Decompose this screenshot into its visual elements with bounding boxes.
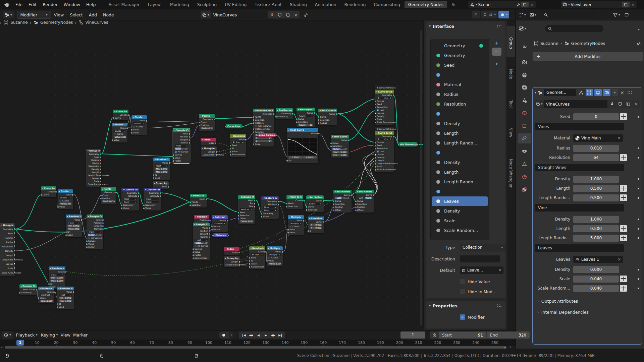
tab-rendering[interactable]: Rendering: [341, 1, 370, 8]
output-socket-leaves[interactable]: [13, 262, 16, 265]
node-header[interactable]: ▾Mesh to Curve: [286, 195, 303, 199]
node-checkbox[interactable]: [255, 125, 257, 127]
input-socket-selection[interactable]: [253, 119, 255, 121]
interface-item-length[interactable]: Length: [432, 128, 488, 138]
node-value-field[interactable]: X0.000: [310, 224, 322, 226]
node-ptv[interactable]: ▾Points to VerticesMeshPointsSelection: [190, 194, 207, 207]
input-socket-value[interactable]: [287, 229, 289, 231]
node-dropdown[interactable]: Point▾: [123, 201, 137, 203]
node-header[interactable]: ▾Curve Length: [113, 110, 128, 113]
interface-item-scalerandom[interactable]: Scale Random...: [432, 226, 488, 235]
node-header[interactable]: ▾Random Value: [66, 215, 82, 218]
scene-selector[interactable]: ▾Scene×: [468, 1, 536, 8]
modifier-extras-button[interactable]: ▾: [612, 89, 618, 96]
node-header[interactable]: ▾Resample Curve: [297, 108, 315, 111]
node-sc2[interactable]: ▾Sample CurveValuePositionTangentNormalF…: [87, 215, 103, 249]
y-field[interactable]: 0.9000: [303, 156, 317, 159]
property-value-field[interactable]: 1.000: [573, 176, 619, 183]
input-socket-selection[interactable]: [286, 205, 288, 208]
node-pts2[interactable]: ▾PointsGeometryCountPositionRadius0.1 m: [101, 187, 116, 204]
node-header[interactable]: ▾Curve to Stem 002: [375, 131, 394, 135]
animate-dot[interactable]: [638, 197, 639, 199]
edit-mode-toggle[interactable]: [586, 89, 593, 96]
input-socket-curve[interactable]: [330, 142, 332, 144]
unlink-scene-button[interactable]: ×: [530, 2, 535, 7]
output-socket-curve[interactable]: [314, 112, 316, 114]
node-header[interactable]: ▾Group Input: [201, 146, 217, 150]
input-socket-selection[interactable]: [330, 145, 332, 147]
current-frame-field[interactable]: 1: [400, 331, 425, 339]
default-collection-field[interactable]: Leave...×: [460, 266, 503, 274]
interface-item-lengthrando[interactable]: Length Rando...: [432, 138, 488, 148]
node-value-field[interactable]: Y0.000: [310, 227, 322, 229]
input-attribute-toggle[interactable]: [620, 113, 627, 120]
node-rnd_top[interactable]: ▾Randomize 001ValueRan.. 4SeedIDValueRan…: [230, 134, 246, 157]
tree-name-field[interactable]: VineCurves: [211, 11, 268, 18]
node-header[interactable]: ▾Float Curve: [287, 128, 318, 132]
interface-item-density[interactable]: Density: [432, 119, 488, 128]
animate-dot[interactable]: [638, 288, 639, 289]
interface-item-length[interactable]: Length: [432, 167, 488, 177]
breadcrumb-item[interactable]: Suzanne: [540, 41, 558, 46]
node-checkbox[interactable]: ✓: [377, 150, 379, 153]
input-socket-factor[interactable]: [192, 254, 195, 256]
curve-widget[interactable]: [288, 138, 317, 156]
toggle-option-length[interactable]: Length: [201, 242, 208, 244]
output-socket-position[interactable]: [102, 222, 104, 224]
input-socket-seed[interactable]: [229, 144, 232, 147]
input-socket-geometry[interactable]: [19, 292, 21, 294]
node-div3[interactable]: ▾DivideValueDivide▾ClampValue1.000Value: [58, 189, 73, 209]
output-socket-value[interactable]: [317, 132, 319, 135]
input-socket-factor[interactable]: [86, 246, 88, 248]
output-socket-value[interactable]: [245, 138, 247, 141]
node-gi_main[interactable]: ▾Group InputGeometrySeedMaterialRadiusRe…: [0, 223, 15, 276]
node-id-selector[interactable]: Ran.. 4: [251, 253, 264, 256]
node-shpl[interactable]: ▾Set Handle PositionsCurveLeftRightCurve…: [333, 190, 352, 213]
unlink-tree-button[interactable]: ×: [292, 11, 300, 18]
output-socket-length-randomness[interactable]: [100, 174, 102, 177]
node-subbl[interactable]: ▾SubtractValueSubtract▾ValueValue1.000: [38, 287, 54, 303]
property-value-field[interactable]: 5.000: [573, 235, 619, 242]
timeline-menu-marker[interactable]: Marker: [73, 333, 88, 338]
input-socket-seed[interactable]: [249, 257, 251, 259]
input-socket-density[interactable]: [374, 157, 377, 159]
input-socket-value[interactable]: [192, 251, 195, 253]
input-socket-scale[interactable]: [374, 166, 377, 168]
property-value-field[interactable]: 0.500: [573, 225, 619, 232]
node-dropdown[interactable]: Count▾: [298, 115, 313, 117]
input-socket-selection[interactable]: [306, 209, 308, 211]
node-value-field[interactable]: End1.000: [332, 154, 347, 157]
node-dropdown[interactable]: Float▾: [67, 222, 80, 224]
node-header[interactable]: ▾Group Input: [153, 181, 169, 185]
output-socket-material[interactable]: [13, 236, 16, 239]
input-socket-value[interactable]: [38, 297, 40, 299]
input-socket-selection[interactable]: [333, 203, 335, 205]
node-dropdown[interactable]: Bezier▾: [308, 202, 322, 205]
output-socket-curve[interactable]: [302, 199, 304, 202]
node-value-field[interactable]: Radius0.1 m: [102, 200, 115, 203]
input-socket-count[interactable]: [100, 194, 102, 197]
toggle-option-length[interactable]: Length: [95, 234, 102, 236]
input-socket-density[interactable]: [374, 115, 377, 118]
property-value-field[interactable]: 64: [573, 154, 619, 161]
animate-dot[interactable]: [638, 116, 639, 118]
type-dropdown[interactable]: Collection▾: [460, 244, 505, 251]
node-header[interactable]: ▾Divide: [112, 123, 127, 126]
output-socket-curve[interactable]: [348, 139, 350, 141]
node-value-field[interactable]: Z0°: [255, 140, 272, 142]
end-frame-field[interactable]: End320: [487, 331, 530, 339]
node-fcurve[interactable]: ▾Float CurveValue0.75000.9000Fac: [287, 128, 318, 163]
toggle-option-left[interactable]: Left: [335, 197, 342, 199]
node-scr[interactable]: ▾Set Curve RadiusCurveCurveSelectionRadi…: [318, 109, 337, 125]
node-header[interactable]: ▾Capture Attribute: [261, 196, 279, 200]
node-dropdown[interactable]: Float▾: [145, 198, 159, 200]
node-gi_top[interactable]: ▾Group InputGeometrySeedMaterialRadiusRe…: [86, 149, 101, 187]
node-header[interactable]: ▾Curve Length: [41, 186, 56, 190]
interface-item-density[interactable]: Density: [432, 206, 488, 216]
new-scene-button[interactable]: [521, 2, 529, 7]
overlay-toggle[interactable]: ▾: [498, 11, 509, 18]
node-header[interactable]: ▾Points to Vertices: [190, 194, 207, 197]
input-socket-rotation[interactable]: [253, 131, 255, 133]
properties-search-field[interactable]: [545, 25, 603, 32]
input-socket-curve[interactable]: [355, 200, 357, 202]
